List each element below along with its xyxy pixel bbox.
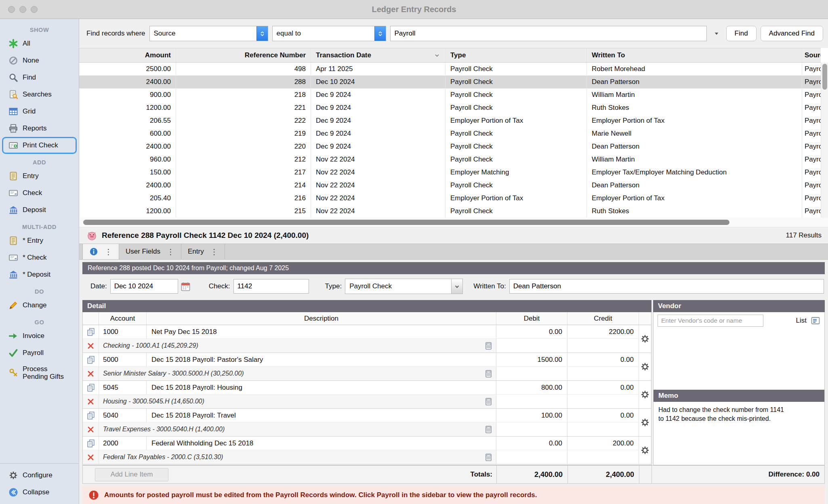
check-number-input[interactable] (233, 279, 309, 294)
line-item-description[interactable]: Federal Withholding Dec 15 2018 (147, 437, 496, 450)
tab-menu-dots-icon[interactable]: ⋮ (105, 247, 112, 256)
sidebar-item-change[interactable]: Change (2, 297, 77, 314)
column-header-written-to[interactable]: Written To (587, 48, 802, 62)
line-item-credit[interactable]: 0.00 (567, 353, 639, 367)
calculator-icon[interactable] (484, 425, 493, 434)
delete-line-item-icon[interactable] (83, 450, 99, 464)
sidebar-item-deposit[interactable]: Deposit (2, 202, 77, 218)
type-select[interactable]: Payroll Check (345, 279, 463, 294)
results-table-row[interactable]: 900.00218Dec 9 2024Payroll CheckWilliam … (79, 88, 821, 101)
tab-entry[interactable]: Entry ⋮ (181, 244, 225, 259)
line-item-gear-icon[interactable] (639, 437, 651, 464)
line-item-description[interactable]: Dec 15 2018 Payroll: Travel (147, 409, 496, 422)
line-item-credit[interactable]: 200.00 (567, 437, 639, 450)
line-item-gear-icon[interactable] (639, 353, 651, 380)
vertical-scrollbar-thumb[interactable] (822, 64, 827, 90)
tab-menu-dots-icon[interactable]: ⋮ (210, 247, 218, 256)
tab-menu-dots-icon[interactable]: ⋮ (167, 247, 174, 256)
line-item-credit[interactable]: 2200.00 (567, 325, 639, 339)
tab-info[interactable]: ⋮ (82, 244, 119, 259)
date-input[interactable] (110, 279, 178, 294)
sidebar-item-payroll[interactable]: Payroll (2, 344, 77, 361)
line-item-description[interactable]: Dec 15 2018 Payroll: Housing (147, 381, 496, 395)
line-item-gear-icon[interactable] (639, 381, 651, 408)
line-item-doc-copy-icon[interactable] (83, 381, 99, 395)
add-line-item-button[interactable]: Add Line Item (95, 468, 168, 481)
calculator-icon[interactable] (484, 453, 493, 462)
results-table-row[interactable]: 2500.00498Apr 11 2025Payroll CheckRobert… (79, 63, 821, 76)
results-table-row[interactable]: 1200.00215Nov 22 2024Payroll CheckRuth S… (79, 205, 821, 218)
line-item-account[interactable]: 1000 (99, 325, 147, 339)
find-history-dropdown-icon[interactable] (711, 30, 722, 37)
line-item-gear-icon[interactable] (639, 325, 651, 353)
advanced-find-button[interactable]: Advanced Find (761, 26, 823, 41)
line-item-credit[interactable]: 0.00 (567, 381, 639, 395)
sidebar-item-deposit[interactable]: * Deposit (2, 266, 77, 283)
zoom-window-button[interactable] (31, 6, 38, 13)
results-table-row[interactable]: 1200.00221Dec 9 2024Payroll CheckRuth St… (79, 101, 821, 114)
results-table-row[interactable]: 600.00219Dec 9 2024Payroll CheckMarie Ne… (79, 127, 821, 140)
find-button[interactable]: Find (726, 26, 757, 41)
sidebar-item-entry[interactable]: * Entry (2, 232, 77, 249)
delete-line-item-icon[interactable] (83, 367, 99, 380)
sidebar-item-print-check[interactable]: Print Check (2, 137, 77, 154)
delete-line-item-icon[interactable] (83, 422, 99, 436)
line-item-gear-icon[interactable] (639, 409, 651, 436)
sidebar-item-grid[interactable]: Grid (2, 103, 77, 120)
calculator-icon[interactable] (484, 397, 493, 406)
line-item-doc-copy-icon[interactable] (83, 325, 99, 339)
type-select-button[interactable] (451, 279, 462, 294)
column-header-type[interactable]: Type (446, 48, 587, 62)
sidebar-item-none[interactable]: None (2, 52, 77, 69)
find-field-select-button[interactable] (256, 26, 268, 41)
close-window-button[interactable] (8, 6, 15, 13)
line-item-debit[interactable]: 100.00 (496, 409, 567, 422)
sidebar-item-entry[interactable]: Entry (2, 168, 77, 185)
delete-line-item-icon[interactable] (83, 395, 99, 408)
sidebar-item-find[interactable]: Find (2, 69, 77, 86)
memo-text[interactable]: Had to change the check number from 1141… (654, 402, 793, 465)
line-item-credit[interactable]: 0.00 (567, 409, 639, 422)
results-table-row[interactable]: 2400.00288Dec 10 2024Payroll CheckDean P… (79, 76, 821, 88)
tab-user-fields[interactable]: User Fields ⋮ (119, 244, 181, 259)
horizontal-scrollbar[interactable] (79, 218, 828, 227)
vendor-code-input[interactable] (658, 315, 763, 327)
sidebar-item-collapse[interactable]: Collapse (2, 484, 77, 501)
column-header-reference-number[interactable]: Reference Number (176, 48, 311, 62)
calculator-icon[interactable] (484, 342, 493, 350)
delete-line-item-icon[interactable] (83, 339, 99, 353)
line-item-account[interactable]: 5000 (99, 353, 147, 367)
column-header-source[interactable]: Source (802, 48, 821, 62)
column-header-amount[interactable]: Amount (79, 48, 176, 62)
line-item-account[interactable]: 2000 (99, 437, 147, 450)
sidebar-item-invoice[interactable]: Invoice (2, 328, 77, 344)
results-table-row[interactable]: 205.40216Nov 22 2024Employer Portion of … (79, 192, 821, 205)
results-table-row[interactable]: 150.00217Nov 22 2024Employer MatchingEmp… (79, 166, 821, 179)
line-item-debit[interactable]: 0.00 (496, 437, 567, 450)
line-item-debit[interactable]: 1500.00 (496, 353, 567, 367)
calculator-icon[interactable] (484, 370, 493, 378)
line-item-doc-copy-icon[interactable] (83, 353, 99, 367)
sidebar-item-check[interactable]: Check (2, 185, 77, 202)
minimize-window-button[interactable] (19, 6, 26, 13)
find-value-input[interactable] (390, 26, 707, 41)
sidebar-item-reports[interactable]: Reports (2, 120, 77, 137)
line-item-account[interactable]: 5040 (99, 409, 147, 422)
line-item-account[interactable]: 5045 (99, 381, 147, 395)
sidebar-item-check[interactable]: * Check (2, 249, 77, 266)
sidebar-item-configure[interactable]: Configure (2, 467, 77, 484)
results-table-row[interactable]: 2400.00220Dec 9 2024Payroll CheckDean Pa… (79, 140, 821, 153)
find-operator-select[interactable]: equal to (272, 26, 386, 41)
column-header-transaction-date[interactable]: Transaction Date (311, 48, 446, 62)
sidebar-item-process-pending-gifts[interactable]: Process Pending Gifts (2, 361, 77, 384)
line-item-description[interactable]: Dec 15 2018 Payroll: Pastor's Salary (147, 353, 496, 367)
line-item-description[interactable]: Net Pay Dec 15 2018 (147, 325, 496, 339)
sidebar-item-searches[interactable]: Searches (2, 86, 77, 103)
vertical-scrollbar[interactable] (821, 63, 828, 218)
results-table-row[interactable]: 206.55222Dec 9 2024Employer Portion of T… (79, 114, 821, 127)
find-operator-select-button[interactable] (374, 26, 386, 41)
line-item-debit[interactable]: 0.00 (496, 325, 567, 339)
results-table-row[interactable]: 2400.00214Nov 22 2024Payroll CheckDean P… (79, 179, 821, 192)
horizontal-scrollbar-thumb[interactable] (83, 220, 729, 225)
sidebar-item-all[interactable]: All (2, 35, 77, 52)
